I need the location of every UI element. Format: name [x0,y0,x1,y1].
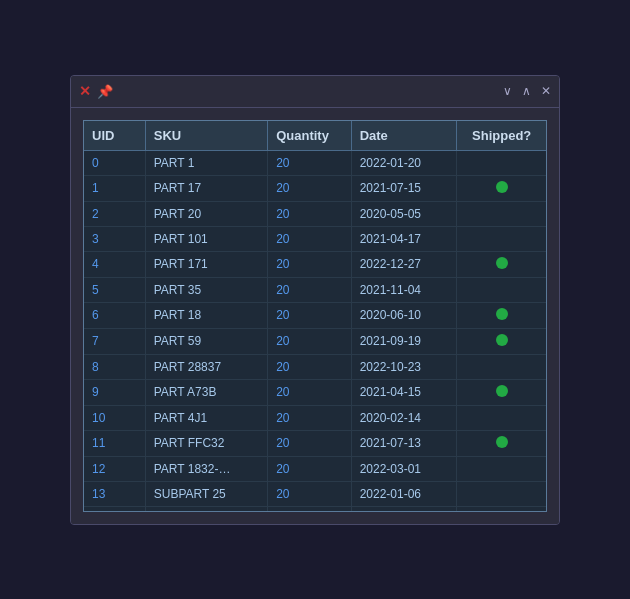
cell-uid: 4 [84,251,145,277]
cell-sku: PART 17 [145,175,267,201]
cell-uid: 14 [84,506,145,511]
table-scroll[interactable]: UID SKU Quantity Date Shipped? 0PART 120… [84,121,546,511]
table-container: UID SKU Quantity Date Shipped? 0PART 120… [83,120,547,512]
cell-sku: PART 1 [145,150,267,175]
table-row[interactable]: 5PART 35202021-11-04 [84,277,546,302]
titlebar-controls: ∨ ∧ ✕ [503,84,551,98]
window-close-button[interactable]: ✕ [541,84,551,98]
cell-date: 2020-05-05 [351,201,457,226]
shipped-indicator [496,181,508,193]
table-row[interactable]: 0PART 1202022-01-20 [84,150,546,175]
table-row[interactable]: 14ASSEMBLY …202022-11-12 [84,506,546,511]
cell-date: 2022-01-20 [351,150,457,175]
cell-sku: PART A73B [145,379,267,405]
cell-shipped [457,456,546,481]
main-window: ✕ 📌 ∨ ∧ ✕ UID SKU Quantity Date Shipped [70,75,560,525]
cell-date: 2021-07-13 [351,430,457,456]
maximize-button[interactable]: ∧ [522,84,531,98]
table-body: 0PART 1202022-01-201PART 17202021-07-152… [84,150,546,511]
cell-quantity: 20 [268,150,351,175]
minimize-button[interactable]: ∨ [503,84,512,98]
table-row[interactable]: 3PART 101202021-04-17 [84,226,546,251]
cell-date: 2021-07-15 [351,175,457,201]
cell-date: 2020-02-14 [351,405,457,430]
col-header-sku: SKU [145,121,267,151]
cell-shipped [457,379,546,405]
cell-quantity: 20 [268,302,351,328]
cell-sku: PART 59 [145,328,267,354]
cell-quantity: 20 [268,481,351,506]
table-row[interactable]: 10PART 4J1202020-02-14 [84,405,546,430]
cell-quantity: 20 [268,405,351,430]
cell-uid: 7 [84,328,145,354]
col-header-shipped: Shipped? [457,121,546,151]
content-area: UID SKU Quantity Date Shipped? 0PART 120… [71,108,559,524]
table-row[interactable]: 13SUBPART 25202022-01-06 [84,481,546,506]
shipped-indicator [496,436,508,448]
cell-sku: PART 20 [145,201,267,226]
cell-uid: 12 [84,456,145,481]
col-header-date: Date [351,121,457,151]
cell-sku: PART 171 [145,251,267,277]
cell-date: 2020-06-10 [351,302,457,328]
cell-quantity: 20 [268,251,351,277]
cell-shipped [457,251,546,277]
cell-shipped [457,277,546,302]
cell-sku: PART 101 [145,226,267,251]
cell-uid: 6 [84,302,145,328]
shipped-indicator [496,257,508,269]
cell-quantity: 20 [268,506,351,511]
table-row[interactable]: 9PART A73B202021-04-15 [84,379,546,405]
cell-uid: 3 [84,226,145,251]
cell-sku: ASSEMBLY … [145,506,267,511]
cell-sku: PART 1832-… [145,456,267,481]
cell-shipped [457,405,546,430]
pin-icon[interactable]: 📌 [97,84,113,99]
cell-shipped [457,302,546,328]
cell-shipped [457,430,546,456]
table-row[interactable]: 2PART 20202020-05-05 [84,201,546,226]
cell-date: 2022-11-12 [351,506,457,511]
cell-date: 2021-04-15 [351,379,457,405]
data-table: UID SKU Quantity Date Shipped? 0PART 120… [84,121,546,511]
titlebar-left: ✕ 📌 [79,83,113,99]
cell-uid: 13 [84,481,145,506]
cell-date: 2021-11-04 [351,277,457,302]
table-row[interactable]: 8PART 28837202022-10-23 [84,354,546,379]
cell-sku: PART 35 [145,277,267,302]
shipped-indicator [496,334,508,346]
cell-uid: 8 [84,354,145,379]
table-row[interactable]: 11PART FFC32202021-07-13 [84,430,546,456]
table-row[interactable]: 1PART 17202021-07-15 [84,175,546,201]
cell-shipped [457,328,546,354]
col-header-quantity: Quantity [268,121,351,151]
cell-shipped [457,481,546,506]
table-row[interactable]: 4PART 171202022-12-27 [84,251,546,277]
cell-quantity: 20 [268,277,351,302]
cell-quantity: 20 [268,379,351,405]
cell-quantity: 20 [268,175,351,201]
close-icon[interactable]: ✕ [79,83,91,99]
cell-quantity: 20 [268,354,351,379]
cell-sku: PART FFC32 [145,430,267,456]
cell-quantity: 20 [268,456,351,481]
cell-quantity: 20 [268,201,351,226]
cell-uid: 0 [84,150,145,175]
cell-shipped [457,201,546,226]
cell-uid: 11 [84,430,145,456]
cell-uid: 10 [84,405,145,430]
shipped-indicator [496,385,508,397]
table-row[interactable]: 12PART 1832-…202022-03-01 [84,456,546,481]
cell-date: 2022-01-06 [351,481,457,506]
cell-shipped [457,226,546,251]
cell-sku: SUBPART 25 [145,481,267,506]
cell-date: 2022-10-23 [351,354,457,379]
cell-quantity: 20 [268,226,351,251]
table-row[interactable]: 7PART 59202021-09-19 [84,328,546,354]
cell-shipped [457,506,546,511]
cell-shipped [457,175,546,201]
cell-uid: 2 [84,201,145,226]
table-row[interactable]: 6PART 18202020-06-10 [84,302,546,328]
cell-sku: PART 28837 [145,354,267,379]
cell-date: 2022-03-01 [351,456,457,481]
